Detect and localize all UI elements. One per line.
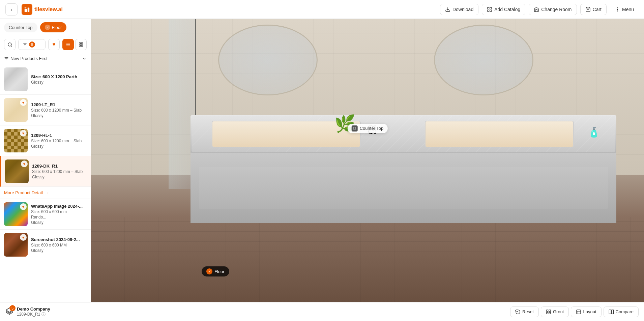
product-heart-icon: ♥	[20, 203, 27, 210]
add-catalog-button[interactable]: Add Catalog	[482, 4, 525, 15]
grid-view-button[interactable]	[75, 39, 87, 50]
floor-tiles	[91, 217, 644, 302]
list-item[interactable]: ♥ Screenshot 2024-09-2... Size: 600 x 60…	[0, 230, 91, 260]
toiletries-decoration: 🧴	[588, 127, 600, 138]
floor-label[interactable]: ✓ Floor	[202, 266, 229, 276]
floor-check-icon: ✓	[206, 268, 212, 274]
list-item[interactable]: ♥ 1209-HL-1 Size: 600 x 1200 mm – Slab G…	[0, 125, 91, 156]
product-heart-icon: ♥	[20, 234, 27, 241]
product-thumbnail: ♥	[5, 159, 29, 183]
logo-icon	[22, 4, 32, 15]
search-icon	[7, 42, 12, 47]
menu-button[interactable]: Menu	[610, 4, 639, 15]
product-thumbnail: ♥	[4, 98, 28, 122]
svg-rect-34	[611, 310, 613, 314]
product-name: 1209-HL-1	[31, 133, 87, 138]
bottom-bar-left: 5 Demo Company 1209-DK_R1 ⓘ	[5, 307, 50, 317]
product-list: Size: 600 X 1200 Parth Glossy ♥ 1209-LT_…	[0, 64, 91, 302]
sidebar-tools: 9 ♥	[0, 36, 91, 53]
product-heart-icon: ♥	[20, 99, 27, 106]
download-label: Download	[452, 7, 473, 12]
svg-rect-4	[490, 7, 492, 9]
product-size: Size: 600 x 1200 mm – Slab	[31, 108, 87, 113]
filter-button[interactable]: 9	[18, 39, 46, 50]
layer-count-badge: 5	[9, 305, 16, 311]
info-icon: ⓘ	[41, 312, 46, 317]
tab-counter-top-label: Counter Top	[9, 25, 33, 30]
svg-rect-2	[25, 7, 26, 8]
back-button[interactable]: ‹	[5, 3, 18, 16]
product-thumbnail: ♥	[4, 202, 28, 226]
grout-button[interactable]: Grout	[541, 307, 569, 317]
list-item[interactable]: ♥ WhatsApp Image 2024-... Size: 600 x 60…	[0, 199, 91, 230]
product-heart-icon: ♥	[21, 160, 28, 167]
tab-floor[interactable]: ✓ Floor	[40, 22, 67, 32]
product-thumbnail: ♥	[4, 233, 28, 257]
search-button[interactable]	[4, 39, 16, 50]
list-item[interactable]: Size: 600 X 1200 Parth Glossy	[0, 64, 91, 95]
company-name: Demo Company	[17, 307, 50, 312]
cart-button[interactable]: Cart	[580, 4, 607, 15]
svg-point-11	[8, 42, 11, 46]
layout-button[interactable]: Layout	[571, 307, 601, 317]
sort-label: New Products First	[4, 56, 48, 61]
tab-counter-top[interactable]: Counter Top	[4, 23, 37, 32]
filter-icon	[23, 42, 27, 47]
svg-rect-28	[547, 312, 548, 314]
product-rando: Rando...	[31, 215, 87, 220]
catalog-icon	[487, 7, 492, 12]
favorites-button[interactable]: ♥	[48, 39, 60, 50]
layout-icon	[576, 309, 581, 315]
counter-label-check-icon: ☐	[352, 125, 358, 132]
product-thumbnail	[4, 67, 28, 91]
product-name: Size: 600 X 1200 Parth	[31, 74, 87, 79]
header-left: ‹ tilesview.ai	[5, 3, 63, 16]
counter-top-label[interactable]: ☐ Counter Top	[348, 124, 388, 133]
list-item[interactable]: ♥ 1209-DK_R1 Size: 600 x 1200 mm – Slab …	[0, 156, 91, 187]
layers-icon: 5	[5, 307, 13, 317]
grout-icon	[546, 309, 551, 315]
svg-rect-19	[81, 43, 83, 44]
logo-text: tilesview.ai	[34, 6, 63, 12]
change-room-button[interactable]: Change Room	[529, 4, 577, 15]
product-info: Size: 600 X 1200 Parth Glossy	[31, 74, 87, 85]
vanity-countertop	[191, 115, 616, 153]
list-item[interactable]: ♥ 1209-LT_R1 Size: 600 x 1200 mm – Slab …	[0, 95, 91, 125]
list-view-button[interactable]	[62, 39, 74, 50]
svg-rect-15	[66, 43, 70, 43]
product-info: 1209-DK_R1 Size: 600 x 1200 mm – Slab Gl…	[32, 164, 87, 179]
mirror-right	[434, 25, 533, 95]
reset-label: Reset	[522, 309, 534, 314]
filter-count-badge: 9	[29, 41, 35, 48]
header-right: Download Add Catalog Change Room Cart Me…	[440, 4, 639, 15]
svg-rect-16	[66, 44, 70, 45]
counter-top-text: Counter Top	[360, 126, 384, 131]
download-button[interactable]: Download	[440, 4, 478, 15]
product-name: WhatsApp Image 2024-...	[31, 204, 87, 209]
product-ref-text: 1209-DK_R1	[17, 312, 40, 317]
svg-rect-27	[549, 310, 551, 312]
reset-button[interactable]: Reset	[510, 307, 539, 317]
sort-row[interactable]: New Products First	[0, 53, 91, 64]
product-size: Glossy	[31, 80, 87, 85]
product-glossy: Glossy	[31, 220, 87, 225]
svg-rect-17	[66, 46, 70, 46]
cart-label: Cart	[593, 7, 602, 12]
add-catalog-label: Add Catalog	[494, 7, 520, 12]
list-view-icon	[66, 42, 70, 47]
svg-rect-18	[79, 43, 81, 44]
svg-rect-33	[609, 310, 611, 314]
product-glossy: Glossy	[32, 175, 87, 179]
product-info: 1209-HL-1 Size: 600 x 1200 mm – Slab Glo…	[31, 133, 87, 149]
compare-label: Compare	[616, 309, 634, 314]
svg-rect-30	[577, 310, 581, 314]
mirror-left	[218, 25, 318, 95]
svg-rect-1	[28, 7, 29, 12]
more-detail-link[interactable]: More Product Detail →	[0, 187, 91, 199]
svg-rect-26	[547, 310, 548, 312]
compare-button[interactable]: Compare	[604, 307, 639, 317]
product-name: 1209-LT_R1	[31, 102, 87, 107]
svg-rect-20	[79, 45, 81, 46]
sidebar-tabs: Counter Top ✓ Floor	[0, 19, 91, 36]
svg-rect-3	[488, 7, 489, 9]
